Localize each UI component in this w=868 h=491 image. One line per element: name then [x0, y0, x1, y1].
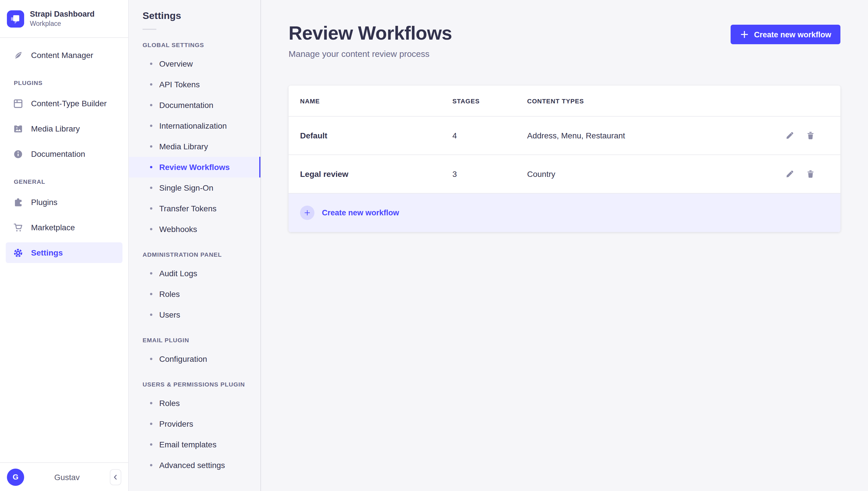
page-subtitle: Manage your content review process [289, 49, 452, 59]
collapse-sidebar-button[interactable] [110, 469, 121, 485]
bullet-icon [150, 63, 152, 65]
subnav-item-label: Providers [159, 419, 193, 428]
workflow-stages: 4 [453, 131, 527, 140]
table-row-legal-review[interactable]: Legal review 3 Country [289, 155, 840, 194]
create-workflow-label: Create new workflow [322, 209, 399, 218]
subnav-item-audit-logs[interactable]: Audit Logs [129, 263, 261, 284]
subnav-item-label: Audit Logs [159, 269, 197, 278]
subnav-item-label: Internationalization [159, 121, 227, 131]
subnav-item-providers[interactable]: Providers [129, 413, 261, 434]
pen-icon [13, 50, 23, 60]
subnav-section-email-plugin: EMAIL PLUGIN [142, 337, 247, 343]
table-header-row: NAME STAGES CONTENT TYPES [289, 86, 840, 117]
create-workflow-row[interactable]: Create new workflow [289, 194, 840, 232]
bullet-icon [150, 402, 152, 404]
pencil-icon [785, 170, 794, 179]
subnav-item-label: Single Sign-On [159, 183, 213, 192]
bullet-icon [150, 443, 152, 445]
row-actions [760, 166, 829, 182]
column-header-stages: STAGES [453, 97, 527, 105]
nav-section-general: GENERAL [14, 178, 128, 185]
subnav-item-label: API Tokens [159, 80, 200, 89]
subnav-item-admin-roles[interactable]: Roles [129, 284, 261, 305]
cart-icon [13, 223, 23, 232]
bullet-icon [150, 272, 152, 275]
bullet-icon [150, 228, 152, 230]
trash-icon [806, 131, 815, 140]
table-row-default[interactable]: Default 4 Address, Menu, Restaurant [289, 117, 840, 155]
nav-item-documentation[interactable]: Documentation [6, 144, 123, 164]
bullet-icon [150, 464, 152, 466]
subnav-item-overview[interactable]: Overview [129, 53, 261, 74]
delete-workflow-button[interactable] [803, 166, 819, 182]
subnav-item-api-tokens[interactable]: API Tokens [129, 74, 261, 95]
subnav-item-single-sign-on[interactable]: Single Sign-On [129, 177, 261, 198]
nav-item-label: Media Library [31, 124, 80, 133]
puzzle-icon [13, 197, 23, 207]
subnav-item-configuration[interactable]: Configuration [129, 349, 261, 369]
nav-item-plugins[interactable]: Plugins [6, 192, 123, 212]
nav-item-label: Settings [31, 248, 63, 257]
nav-item-label: Marketplace [31, 223, 75, 232]
subnav-item-internationalization[interactable]: Internationalization [129, 115, 261, 136]
page-title: Review Workflows [289, 23, 452, 44]
avatar: G [7, 468, 24, 486]
bullet-icon [150, 314, 152, 316]
app-root: Strapi Dashboard Workplace Content Manag… [0, 0, 868, 491]
bullet-icon [150, 166, 152, 168]
nav-item-label: Plugins [31, 198, 57, 207]
nav-item-label: Content Manager [31, 51, 93, 60]
subnav-item-up-roles[interactable]: Roles [129, 393, 261, 413]
workflow-name: Legal review [300, 170, 453, 179]
subnav-section-administration-panel: ADMINISTRATION PANEL [142, 251, 247, 258]
subnav-item-media-library[interactable]: Media Library [129, 136, 261, 157]
user-name: Gustav [24, 472, 110, 482]
page-header: Review Workflows Manage your content rev… [289, 23, 840, 59]
subnav-item-transfer-tokens[interactable]: Transfer Tokens [129, 198, 261, 219]
delete-workflow-button[interactable] [803, 128, 819, 144]
nav-item-settings[interactable]: Settings [6, 242, 123, 263]
brand-text: Strapi Dashboard Workplace [30, 10, 94, 28]
subnav-item-webhooks[interactable]: Webhooks [129, 219, 261, 239]
workflows-table: NAME STAGES CONTENT TYPES Default 4 Addr… [289, 86, 840, 232]
create-new-workflow-button[interactable]: Create new workflow [730, 25, 840, 44]
subnav-section-users-permissions-plugin: USERS & PERMISSIONS PLUGIN [142, 381, 247, 387]
subnav-item-label: Overview [159, 59, 193, 68]
subnav-item-label: Roles [159, 399, 180, 408]
chevron-left-icon [112, 473, 119, 480]
bullet-icon [150, 207, 152, 210]
bullet-icon [150, 83, 152, 86]
workflow-content-types: Address, Menu, Restaurant [527, 131, 760, 140]
subnav-item-label: Configuration [159, 354, 207, 364]
bullet-icon [150, 293, 152, 295]
plus-icon [739, 30, 749, 39]
workspace-header[interactable]: Strapi Dashboard Workplace [0, 0, 128, 38]
subnav-item-label: Media Library [159, 142, 208, 151]
image-icon [13, 124, 23, 134]
subnav-item-review-workflows[interactable]: Review Workflows [129, 157, 261, 177]
subnav-item-email-templates[interactable]: Email templates [129, 434, 261, 455]
subnav-item-label: Advanced settings [159, 461, 225, 470]
workflow-stages: 3 [453, 170, 527, 179]
nav-item-content-manager[interactable]: Content Manager [6, 45, 123, 65]
user-area: G Gustav [0, 462, 128, 491]
subnav-item-label: Review Workflows [159, 163, 229, 172]
subnav-item-label: Users [159, 310, 180, 319]
bullet-icon [150, 145, 152, 148]
nav-item-content-type-builder[interactable]: Content-Type Builder [6, 93, 123, 114]
layout-icon [13, 98, 23, 108]
subnav-item-users[interactable]: Users [129, 305, 261, 325]
nav-item-media-library[interactable]: Media Library [6, 118, 123, 139]
nav-item-marketplace[interactable]: Marketplace [6, 217, 123, 238]
settings-subnav: Settings GLOBAL SETTINGS Overview API To… [129, 0, 261, 491]
app-title: Strapi Dashboard [30, 10, 94, 20]
main-nav: Content Manager PLUGINS Content-Type Bui… [0, 38, 128, 263]
edit-workflow-button[interactable] [782, 128, 798, 144]
row-actions [760, 128, 829, 144]
subnav-item-advanced-settings[interactable]: Advanced settings [129, 455, 261, 475]
subnav-item-documentation[interactable]: Documentation [129, 95, 261, 115]
column-header-name: NAME [300, 97, 453, 105]
plus-circle-icon [300, 206, 315, 220]
info-icon [13, 149, 23, 159]
edit-workflow-button[interactable] [782, 166, 798, 182]
